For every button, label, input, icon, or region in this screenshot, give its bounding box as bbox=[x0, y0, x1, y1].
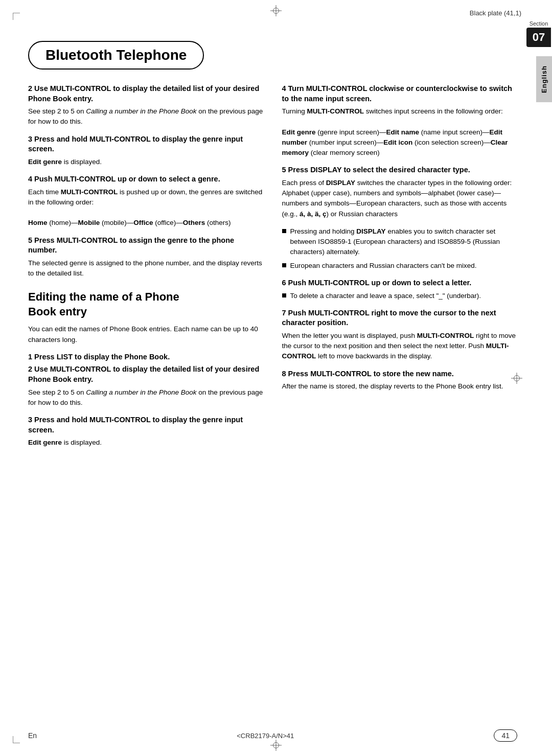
step3b-body: Edit genre is displayed. bbox=[28, 438, 264, 448]
reg-mark-top-left bbox=[13, 13, 21, 21]
footer-lang: En bbox=[28, 731, 37, 740]
bullet-icon-2 bbox=[282, 263, 286, 267]
english-tab: English bbox=[536, 56, 552, 102]
bullet-icon-3 bbox=[282, 293, 286, 297]
bullet-display-hold-text: Pressing and holding DISPLAY enables you… bbox=[290, 226, 518, 258]
section-tab: Section 07 bbox=[525, 20, 552, 47]
reg-mark-top-center bbox=[270, 5, 282, 16]
plate-info: Black plate (41,1) bbox=[470, 9, 521, 17]
step4r-body: Turning MULTI-CONTROL switches input scr… bbox=[282, 106, 518, 158]
step2b-body: See step 2 to 5 on Calling a number in t… bbox=[28, 387, 264, 408]
bullet-display-hold: Pressing and holding DISPLAY enables you… bbox=[282, 226, 518, 258]
page-title: Bluetooth Telephone bbox=[45, 47, 187, 63]
step5r-heading: 5 Press DISPLAY to select the desired ch… bbox=[282, 165, 518, 175]
title-box: Bluetooth Telephone bbox=[28, 41, 204, 70]
step4-body: Each time MULTI-CONTROL is pushed up or … bbox=[28, 187, 264, 228]
page-footer: En <CRB2179-A/N>41 41 bbox=[28, 729, 517, 742]
step8r-heading: 8 Press MULTI-CONTROL to store the new n… bbox=[282, 369, 518, 379]
step6r-body: To delete a character and leave a space,… bbox=[282, 291, 518, 301]
step6r-bullet-text: To delete a character and leave a space,… bbox=[290, 291, 481, 301]
step4r-heading: 4 Turn MULTI-CONTROL clockwise or counte… bbox=[282, 84, 518, 104]
bullet-european-russian-text: European characters and Russian characte… bbox=[290, 261, 477, 271]
right-column: 4 Turn MULTI-CONTROL clockwise or counte… bbox=[282, 84, 518, 455]
step5-body: The selected genre is assigned to the ph… bbox=[28, 258, 264, 279]
page-number: 41 bbox=[501, 731, 510, 740]
step7r-body: When the letter you want is displayed, p… bbox=[282, 331, 518, 362]
reg-mark-bottom-left bbox=[13, 735, 21, 743]
footer-code: <CRB2179-A/N>41 bbox=[237, 732, 294, 740]
step8r-body: After the name is stored, the display re… bbox=[282, 381, 518, 392]
step7r-heading: 7 Push MULTI-CONTROL right to move the c… bbox=[282, 308, 518, 328]
left-column: 2 Use MULTI-CONTROL to display the detai… bbox=[28, 84, 264, 455]
columns-layout: 2 Use MULTI-CONTROL to display the detai… bbox=[28, 84, 517, 455]
step3-heading: 3 Press and hold MULTI-CONTROL to displa… bbox=[28, 134, 264, 154]
bullet-icon-1 bbox=[282, 229, 286, 233]
editing-section-title: Editing the name of a PhoneBook entry bbox=[28, 290, 264, 319]
step6r-heading: 6 Push MULTI-CONTROL up or down to selec… bbox=[282, 278, 518, 288]
step2-heading: 2 Use MULTI-CONTROL to display the detai… bbox=[28, 84, 264, 104]
page-number-box: 41 bbox=[494, 729, 517, 742]
step3-body: Edit genre is displayed. bbox=[28, 157, 264, 167]
section-label: Section bbox=[530, 20, 548, 27]
step1b-heading: 1 Press LIST to display the Phone Book. bbox=[28, 352, 264, 362]
page: Black plate (41,1) Section 07 English Bl… bbox=[0, 0, 552, 756]
section-number: 07 bbox=[526, 28, 551, 47]
step5r-body: Each press of DISPLAY switches the chara… bbox=[282, 178, 518, 219]
step2b-heading: 2 Use MULTI-CONTROL to display the detai… bbox=[28, 364, 264, 384]
bullet-european-russian: European characters and Russian characte… bbox=[282, 261, 518, 271]
step3b-heading: 3 Press and hold MULTI-CONTROL to displa… bbox=[28, 415, 264, 435]
step6r-bullet: To delete a character and leave a space,… bbox=[282, 291, 518, 301]
section-intro: You can edit the names of Phone Book ent… bbox=[28, 324, 264, 345]
step5-heading: 5 Press MULTI-CONTROL to assign the genr… bbox=[28, 236, 264, 256]
step2-body: See step 2 to 5 on Calling a number in t… bbox=[28, 106, 264, 127]
step4-heading: 4 Push MULTI-CONTROL up or down to selec… bbox=[28, 174, 264, 185]
main-content: Bluetooth Telephone 2 Use MULTI-CONTROL … bbox=[28, 41, 517, 715]
reg-mark-right bbox=[511, 373, 522, 384]
